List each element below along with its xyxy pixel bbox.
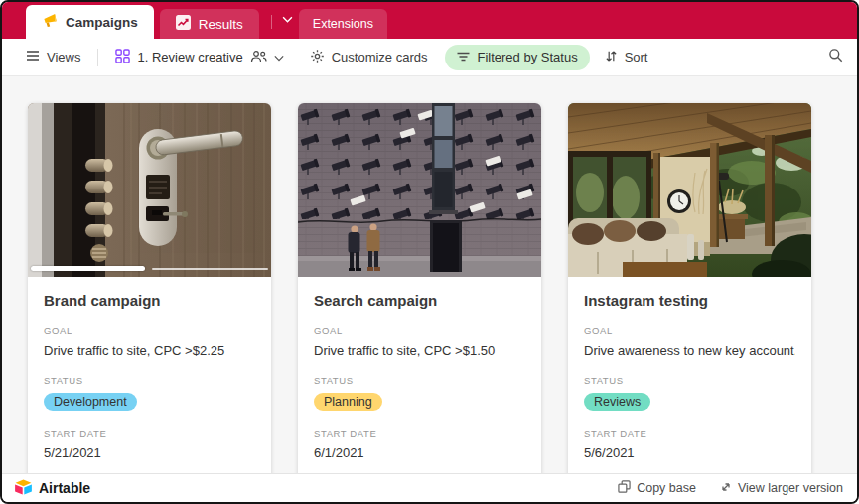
airtable-brand-link[interactable]: Airtable bbox=[14, 479, 90, 498]
tab-label: Campaigns bbox=[66, 15, 138, 30]
field-value-start-date: 5/21/2021 bbox=[44, 445, 255, 460]
field-label-status: STATUS bbox=[584, 375, 795, 386]
chart-icon bbox=[176, 15, 191, 33]
search-icon bbox=[828, 48, 843, 66]
field-label-start-date: START DATE bbox=[314, 428, 525, 439]
field-value-goal: Drive awareness to new key account... bbox=[584, 343, 795, 358]
gear-icon bbox=[310, 49, 325, 66]
filtered-by-status-button[interactable]: Filtered by Status bbox=[445, 45, 589, 70]
sort-button[interactable]: Sort bbox=[605, 50, 648, 65]
megaphone-icon bbox=[42, 13, 58, 31]
collaborators-icon bbox=[250, 50, 267, 65]
view-switcher[interactable]: 1. Review creative bbox=[115, 49, 283, 66]
field-label-status: STATUS bbox=[44, 375, 255, 386]
field-label-goal: GOAL bbox=[584, 325, 795, 336]
record-card-instagram-testing[interactable]: Instagram testing GOAL Drive awareness t… bbox=[568, 103, 811, 473]
gallery-grid-icon bbox=[115, 49, 130, 66]
card-title: Instagram testing bbox=[584, 292, 795, 309]
field-value-goal: Drive traffic to site, CPC >$2.25 bbox=[44, 343, 255, 358]
filter-icon bbox=[457, 50, 470, 64]
tab-results[interactable]: Results bbox=[160, 9, 259, 39]
field-value-start-date: 6/1/2021 bbox=[314, 445, 525, 460]
chevron-down-icon bbox=[274, 50, 284, 64]
record-card-brand-campaign[interactable]: Brand campaign GOAL Drive traffic to sit… bbox=[28, 103, 271, 473]
scrollbar-thumb[interactable] bbox=[31, 266, 145, 271]
field-label-status: STATUS bbox=[314, 375, 525, 386]
airtable-logo bbox=[14, 479, 33, 498]
status-badge: Reviews bbox=[584, 393, 650, 411]
security-camera-wall-photo bbox=[298, 103, 541, 277]
field-label-start-date: START DATE bbox=[44, 428, 255, 439]
porch-lounge-photo bbox=[568, 103, 811, 277]
status-badge: Development bbox=[44, 393, 137, 411]
card-title: Search campaign bbox=[314, 292, 525, 309]
field-label-goal: GOAL bbox=[314, 325, 525, 336]
scrollbar-track bbox=[152, 268, 268, 270]
extensions-button[interactable]: Extensions bbox=[299, 9, 387, 39]
airtable-embed-window: Campaigns Results Extensions Views bbox=[0, 0, 859, 504]
menu-icon bbox=[26, 50, 40, 64]
view-name: 1. Review creative bbox=[137, 50, 242, 64]
customize-cards-button[interactable]: Customize cards bbox=[310, 49, 428, 66]
card-title: Brand campaign bbox=[44, 292, 255, 309]
door-lock-photo bbox=[28, 103, 271, 277]
gallery-view: Brand campaign GOAL Drive traffic to sit… bbox=[2, 76, 857, 473]
view-larger-link[interactable]: View larger version bbox=[720, 481, 843, 496]
status-badge: Planning bbox=[314, 393, 382, 411]
tab-label: Results bbox=[199, 17, 243, 32]
tab-separator bbox=[271, 15, 272, 29]
chevron-down-icon[interactable] bbox=[282, 9, 293, 27]
card-image bbox=[28, 103, 271, 277]
brand-label: Airtable bbox=[39, 480, 90, 496]
card-image bbox=[298, 103, 541, 277]
expand-icon bbox=[720, 481, 732, 496]
search-button[interactable] bbox=[828, 48, 843, 66]
card-image bbox=[568, 103, 811, 277]
field-label-start-date: START DATE bbox=[584, 428, 795, 439]
view-toolbar: Views 1. Review creative Customize cards bbox=[2, 39, 857, 76]
copy-base-button[interactable]: Copy base bbox=[618, 480, 696, 496]
views-button[interactable]: Views bbox=[26, 50, 80, 64]
field-label-goal: GOAL bbox=[44, 325, 255, 336]
record-card-search-campaign[interactable]: Search campaign GOAL Drive traffic to si… bbox=[298, 103, 541, 473]
field-value-start-date: 5/6/2021 bbox=[584, 445, 795, 460]
sort-icon bbox=[605, 50, 618, 65]
copy-icon bbox=[618, 480, 631, 496]
top-bar: Campaigns Results Extensions bbox=[2, 2, 857, 39]
tab-campaigns[interactable]: Campaigns bbox=[26, 5, 154, 39]
toolbar-divider bbox=[97, 49, 98, 66]
embed-footer: Airtable Copy base View larger version bbox=[2, 473, 857, 502]
horizontal-scrollbar bbox=[31, 266, 268, 271]
field-value-goal: Drive traffic to site, CPC >$1.50 bbox=[314, 343, 525, 358]
